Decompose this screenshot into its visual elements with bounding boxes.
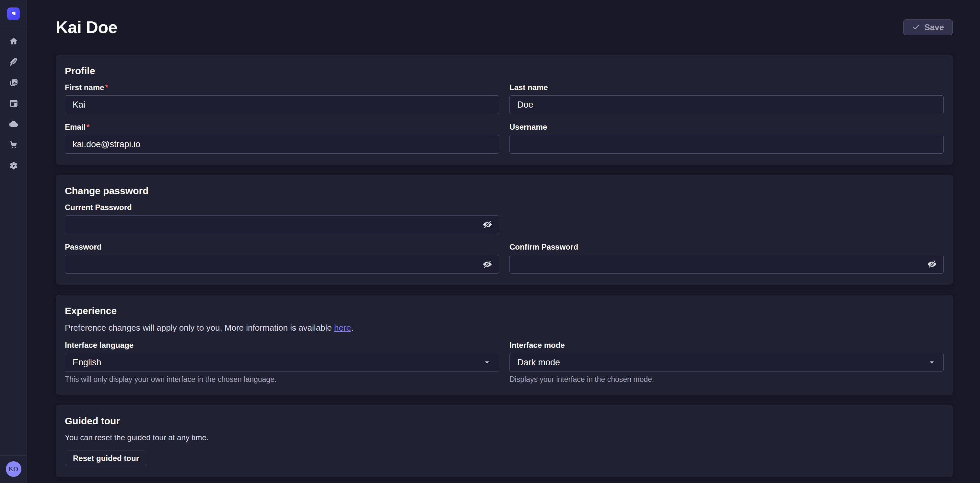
- field-interface-language: Interface language English This will onl…: [65, 341, 499, 384]
- field-new-password: Password: [65, 242, 499, 274]
- save-button-label: Save: [924, 22, 944, 32]
- content-type-builder-icon: [9, 99, 19, 108]
- last-name-label: Last name: [509, 83, 944, 92]
- interface-language-select[interactable]: English: [65, 353, 499, 372]
- current-password-input[interactable]: [65, 215, 499, 234]
- profile-card: Profile First name* Last name Email* Use…: [56, 55, 953, 165]
- confirm-password-wrap: [509, 255, 944, 274]
- eye-off-icon: [482, 220, 492, 230]
- password-fields: Current Password Password: [65, 203, 944, 274]
- guided-tour-description: You can reset the guided tour at any tim…: [65, 433, 944, 442]
- field-username: Username: [509, 123, 944, 154]
- toggle-current-password-visibility-button[interactable]: [478, 217, 496, 232]
- chevron-down-icon: [928, 358, 936, 367]
- sidebar-item-home[interactable]: [6, 33, 21, 49]
- email-label-text: Email: [65, 123, 86, 131]
- sidebar-item-deploy[interactable]: [6, 116, 21, 132]
- field-last-name: Last name: [509, 83, 944, 114]
- first-name-input[interactable]: [65, 95, 499, 114]
- main-content: Kai Doe Save Profile First name* Last na…: [27, 0, 980, 483]
- sidebar: KD: [0, 0, 27, 483]
- first-name-label: First name*: [65, 83, 499, 92]
- interface-language-label: Interface language: [65, 341, 499, 350]
- experience-description-period: .: [351, 323, 353, 333]
- deploy-cloud-icon: [9, 119, 19, 129]
- interface-mode-label: Interface mode: [509, 341, 944, 350]
- experience-title: Experience: [65, 305, 944, 316]
- check-icon: [912, 23, 920, 32]
- required-marker: *: [105, 83, 108, 92]
- first-name-label-text: First name: [65, 83, 104, 92]
- more-info-link[interactable]: here: [334, 323, 351, 333]
- required-marker: *: [86, 123, 89, 131]
- avatar-initials: KD: [9, 465, 18, 473]
- sidebar-footer: KD: [0, 456, 27, 483]
- home-icon: [9, 36, 19, 46]
- sidebar-item-content-type-builder[interactable]: [6, 96, 21, 111]
- interface-mode-value: Dark mode: [517, 357, 560, 368]
- save-button[interactable]: Save: [903, 19, 953, 35]
- strapi-logo-icon: [10, 10, 18, 18]
- page-header: Kai Doe Save: [56, 0, 953, 37]
- toggle-password-visibility-button[interactable]: [478, 257, 496, 272]
- last-name-input[interactable]: [509, 95, 944, 114]
- sidebar-nav: [6, 33, 21, 174]
- interface-mode-select[interactable]: Dark mode: [509, 353, 944, 372]
- email-input[interactable]: [65, 135, 499, 154]
- password-wrap: [65, 255, 499, 274]
- change-password-title: Change password: [65, 185, 944, 196]
- interface-language-value: English: [73, 357, 102, 368]
- change-password-card: Change password Current Password: [56, 175, 953, 285]
- strapi-logo[interactable]: [7, 8, 20, 20]
- guided-tour-title: Guided tour: [65, 416, 944, 427]
- profile-card-title: Profile: [65, 65, 944, 77]
- interface-language-hint: This will only display your own interfac…: [65, 375, 499, 384]
- confirm-password-input[interactable]: [509, 255, 944, 274]
- user-avatar[interactable]: KD: [6, 461, 21, 477]
- marketplace-cart-icon: [9, 140, 19, 150]
- toggle-confirm-password-visibility-button[interactable]: [923, 257, 941, 272]
- settings-gear-icon: [9, 161, 19, 171]
- sidebar-item-settings[interactable]: [6, 158, 21, 174]
- profile-fields: First name* Last name Email* Username: [65, 83, 944, 154]
- reset-guided-tour-button[interactable]: Reset guided tour: [65, 451, 147, 466]
- confirm-password-label: Confirm Password: [509, 242, 944, 252]
- field-first-name: First name*: [65, 83, 499, 114]
- interface-mode-hint: Displays your interface in the chosen mo…: [509, 375, 944, 384]
- password-input[interactable]: [65, 255, 499, 274]
- content-manager-feather-icon: [9, 57, 19, 67]
- username-input[interactable]: [509, 135, 944, 154]
- sidebar-item-media-library[interactable]: [6, 75, 21, 91]
- password-label: Password: [65, 242, 499, 252]
- username-label: Username: [509, 123, 944, 132]
- sidebar-item-marketplace[interactable]: [6, 137, 21, 153]
- field-confirm-password: Confirm Password: [509, 242, 944, 274]
- current-password-label: Current Password: [65, 203, 499, 212]
- experience-card: Experience Preference changes will apply…: [56, 295, 953, 395]
- field-current-password: Current Password: [65, 203, 499, 234]
- field-email: Email*: [65, 123, 499, 154]
- page-title: Kai Doe: [56, 18, 117, 37]
- sidebar-item-content-manager[interactable]: [6, 54, 21, 70]
- experience-description-text: Preference changes will apply only to yo…: [65, 323, 334, 333]
- guided-tour-card: Guided tour You can reset the guided tou…: [56, 405, 953, 477]
- experience-description: Preference changes will apply only to yo…: [65, 323, 944, 333]
- email-label: Email*: [65, 123, 499, 132]
- chevron-down-icon: [483, 358, 491, 367]
- field-interface-mode: Interface mode Dark mode Displays your i…: [509, 341, 944, 384]
- current-password-wrap: [65, 215, 499, 234]
- eye-off-icon: [482, 259, 492, 269]
- sidebar-divider: [0, 27, 27, 27]
- experience-fields: Interface language English This will onl…: [65, 341, 944, 384]
- eye-off-icon: [927, 259, 937, 269]
- spacer: [509, 203, 944, 234]
- media-library-icon: [9, 78, 19, 88]
